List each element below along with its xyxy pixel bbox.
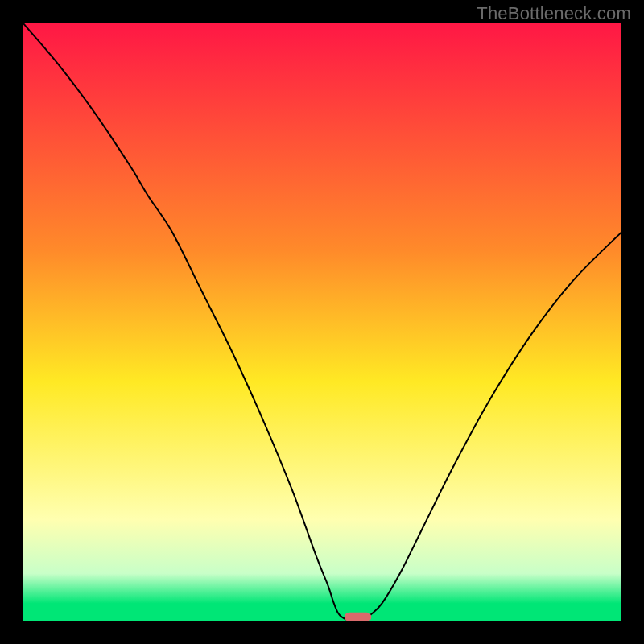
chart-frame: TheBottleneck.com: [0, 0, 644, 644]
curve-layer: [23, 23, 621, 621]
minimum-marker: [345, 613, 371, 621]
plot-area: [23, 23, 621, 621]
watermark-text: TheBottleneck.com: [477, 3, 631, 24]
bottleneck-curve: [23, 23, 621, 621]
